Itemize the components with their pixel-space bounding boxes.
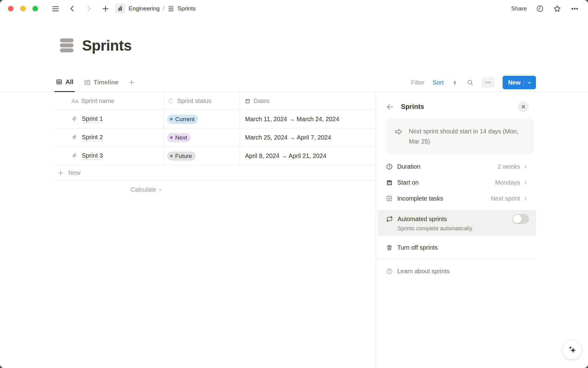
- status-badge: Current: [167, 115, 198, 124]
- setting-duration[interactable]: Duration 2 weeks: [386, 159, 536, 174]
- column-label: Dates: [254, 98, 270, 105]
- new-page-icon[interactable]: [101, 5, 110, 13]
- breadcrumb-workspace[interactable]: Engineering: [129, 5, 160, 12]
- add-view-icon[interactable]: [128, 79, 135, 86]
- panel-back-icon[interactable]: [386, 103, 394, 111]
- runner-icon: [71, 152, 78, 159]
- window-controls: [8, 6, 38, 11]
- tab-all[interactable]: All: [55, 73, 75, 92]
- page-header: Sprints: [58, 37, 132, 54]
- calendar-icon: [244, 98, 251, 104]
- automated-sprints-toggle[interactable]: [512, 214, 529, 224]
- new-button-label[interactable]: New: [503, 79, 524, 86]
- automations-bolt-icon[interactable]: [452, 79, 459, 86]
- setting-value: Next sprint: [491, 195, 520, 202]
- close-window-button[interactable]: [8, 6, 13, 11]
- database-icon-large[interactable]: [58, 37, 75, 54]
- chevron-down-icon: [158, 187, 163, 192]
- history-clock-icon[interactable]: [536, 5, 544, 13]
- table-view-icon: [56, 79, 62, 85]
- sprint-status-cell[interactable]: Future: [164, 147, 240, 165]
- clock-icon: [386, 163, 393, 170]
- zoom-window-button[interactable]: [32, 6, 38, 11]
- minimize-window-button[interactable]: [20, 6, 26, 11]
- setting-label: Incomplete tasks: [397, 195, 443, 202]
- status-dot: [170, 136, 173, 139]
- setting-label: Start on: [397, 179, 419, 186]
- dates-cell[interactable]: March 25, 2024 → April 7, 2024: [240, 128, 375, 147]
- status-dot: [170, 118, 173, 121]
- sprint-name-cell[interactable]: Sprint 2: [54, 128, 164, 147]
- calculate-button[interactable]: Calculate: [54, 181, 164, 198]
- workspace-building-icon[interactable]: [115, 3, 126, 14]
- status-dot: [170, 155, 173, 157]
- sprint-name-cell[interactable]: Sprint 3: [54, 147, 164, 165]
- breadcrumb-page[interactable]: Sprints: [178, 5, 196, 12]
- calendar-icon: [386, 179, 393, 186]
- favorite-star-icon[interactable]: [553, 5, 561, 13]
- tab-timeline[interactable]: Timeline: [83, 73, 120, 92]
- search-icon[interactable]: [467, 79, 474, 86]
- setting-value: 2 weeks: [498, 163, 520, 170]
- filter-button[interactable]: Filter: [411, 79, 424, 86]
- sprint-page-link[interactable]: Sprint 3: [82, 152, 103, 160]
- status-badge: Next: [167, 133, 191, 142]
- page-title: Sprints: [82, 37, 132, 54]
- column-header-sprint-status[interactable]: Sprint status: [164, 92, 240, 110]
- sort-button[interactable]: Sort: [432, 79, 444, 86]
- learn-about-sprints-label: Learn about sprints: [397, 268, 450, 275]
- sprint-status-cell[interactable]: Next: [164, 128, 240, 147]
- runner-icon: [71, 134, 78, 141]
- sprint-status-cell[interactable]: Current: [164, 110, 240, 128]
- trash-icon: [386, 244, 393, 251]
- dates-cell[interactable]: April 8, 2024 → April 21, 2024: [240, 147, 375, 165]
- sprint-settings-list: Duration 2 weeks Start on Mondays Incomp…: [386, 159, 536, 206]
- panel-close-icon[interactable]: [518, 101, 529, 112]
- repeat-icon: [386, 215, 393, 223]
- breadcrumb: Engineering / Sprints: [115, 3, 196, 14]
- back-button[interactable]: [68, 5, 76, 13]
- forward-button[interactable]: [85, 5, 93, 13]
- status-label: Next: [175, 134, 187, 141]
- chevron-right-icon: [522, 164, 528, 170]
- timeline-view-icon: [84, 79, 91, 86]
- dates-cell[interactable]: March 11, 2024 → March 24, 2024: [240, 110, 375, 128]
- new-button[interactable]: New: [503, 76, 536, 89]
- tab-all-label: All: [66, 79, 74, 86]
- new-row-button[interactable]: New: [54, 165, 375, 181]
- titlebar-actions: Share: [511, 5, 588, 13]
- sprints-table: Aa Sprint name Sprint status Dates Sprin…: [0, 92, 376, 368]
- ai-assistant-button[interactable]: [562, 340, 582, 359]
- tab-timeline-label: Timeline: [94, 79, 119, 86]
- setting-incomplete-tasks[interactable]: Incomplete tasks Next sprint: [386, 190, 536, 206]
- chevron-right-icon: [522, 180, 528, 186]
- column-header-dates[interactable]: Dates: [240, 92, 375, 110]
- runner-icon: [71, 116, 78, 123]
- sprint-page-link[interactable]: Sprint 2: [82, 134, 103, 141]
- view-options-icon[interactable]: [482, 77, 495, 88]
- table-row: Sprint 3 Future April 8, 2024 → April 21…: [54, 147, 376, 165]
- titlebar: Engineering / Sprints Share: [0, 0, 588, 17]
- more-options-icon[interactable]: [571, 5, 579, 13]
- sprint-page-link[interactable]: Sprint 1: [82, 115, 103, 123]
- new-dropdown-chevron-icon[interactable]: [524, 79, 536, 86]
- turn-off-sprints-label: Turn off sprints: [397, 244, 438, 251]
- sidebar-menu-icon[interactable]: [51, 5, 60, 13]
- automated-sprints-row[interactable]: Automated sprints Sprints complete autom…: [378, 210, 536, 236]
- database-icon: [168, 5, 175, 12]
- sprint-name-cell[interactable]: Sprint 1: [54, 110, 164, 128]
- column-label: Sprint status: [177, 98, 211, 105]
- view-toolbar: Filter Sort New: [411, 73, 536, 92]
- setting-start-on[interactable]: Start on Mondays: [386, 174, 536, 190]
- panel-header: Sprints: [386, 100, 536, 114]
- turn-off-sprints-button[interactable]: Turn off sprints: [386, 240, 536, 255]
- panel-title: Sprints: [401, 103, 424, 111]
- automated-sprints-label: Automated sprints: [398, 216, 447, 223]
- column-label: Sprint name: [81, 98, 114, 105]
- plus-icon: [57, 170, 64, 176]
- table-row: Sprint 2 Next March 25, 2024 → April 7, …: [54, 128, 376, 147]
- learn-about-sprints-link[interactable]: Learn about sprints: [386, 263, 536, 279]
- main-content: Aa Sprint name Sprint status Dates Sprin…: [0, 92, 588, 368]
- share-button[interactable]: Share: [511, 5, 527, 12]
- column-header-sprint-name[interactable]: Aa Sprint name: [54, 92, 164, 110]
